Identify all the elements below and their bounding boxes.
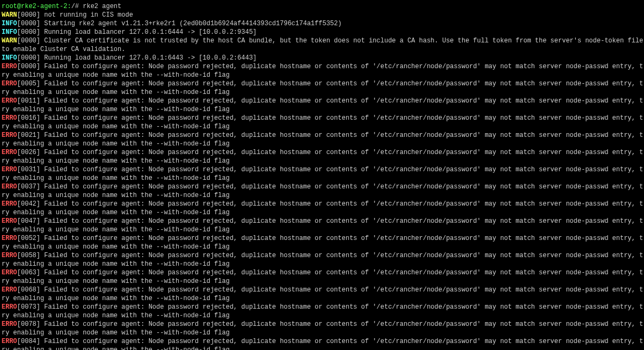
log-message-continuation: ry enabling a unique node name with the … — [2, 105, 644, 114]
log-timestamp: [0037] — [17, 183, 44, 191]
log-timestamp: [0063] — [17, 269, 44, 276]
log-message-continuation: ry enabling a unique node name with the … — [2, 208, 644, 217]
prompt-at: @ — [17, 3, 21, 10]
log-message: Failed to configure agent: Node password… — [44, 269, 643, 276]
log-line: ERRO[0000] Failed to configure agent: No… — [2, 62, 644, 71]
log-line: INFO[0000] Running load balancer 127.0.0… — [2, 54, 644, 62]
log-line: ERRO[0084] Failed to configure agent: No… — [2, 337, 644, 346]
log-timestamp: [0073] — [17, 303, 44, 311]
log-line: ERRO[0073] Failed to configure agent: No… — [2, 303, 644, 311]
log-timestamp: [0000] — [17, 63, 44, 70]
log-message-continuation: ry enabling a unique node name with the … — [2, 71, 644, 79]
terminal-output: root@rke2-agent-2:/# rke2 agent WARN[000… — [0, 0, 644, 350]
log-level-erro: ERRO — [2, 235, 17, 242]
log-level-info: INFO — [2, 28, 17, 36]
log-message: Failed to configure agent: Node password… — [44, 97, 643, 105]
log-level-erro: ERRO — [2, 286, 17, 294]
log-message-continuation: ry enabling a unique node name with the … — [2, 243, 644, 251]
log-timestamp: [0052] — [17, 235, 44, 242]
log-timestamp: [0084] — [17, 338, 44, 345]
log-timestamp: [0016] — [17, 114, 44, 122]
log-message: Failed to configure agent: Node password… — [44, 200, 643, 208]
log-timestamp: [0000] — [17, 54, 44, 62]
log-line: ERRO[0042] Failed to configure agent: No… — [2, 200, 644, 208]
log-message: Cluster CA certificate is not trusted by… — [44, 37, 643, 45]
prompt-sigil: # — [75, 3, 79, 10]
log-line: ERRO[0026] Failed to configure agent: No… — [2, 148, 644, 157]
log-message: Failed to configure agent: Node password… — [44, 149, 643, 156]
log-timestamp: [0058] — [17, 252, 44, 259]
log-line: ERRO[0005] Failed to configure agent: No… — [2, 79, 644, 88]
log-message: Failed to configure agent: Node password… — [44, 183, 643, 191]
log-line: ERRO[0031] Failed to configure agent: No… — [2, 165, 644, 174]
log-message: Failed to configure agent: Node password… — [44, 132, 643, 139]
log-level-info: INFO — [2, 54, 17, 62]
log-message-continuation: ry enabling a unique node name with the … — [2, 294, 644, 303]
log-line: INFO[0000] Starting rke2 agent v1.21.3+r… — [2, 19, 644, 28]
log-line: ERRO[0058] Failed to configure agent: No… — [2, 251, 644, 260]
log-line: ERRO[0068] Failed to configure agent: No… — [2, 286, 644, 294]
log-level-warn: WARN — [2, 37, 17, 45]
log-message: Failed to configure agent: Node password… — [44, 63, 643, 70]
log-line: ERRO[0047] Failed to configure agent: No… — [2, 217, 644, 225]
log-line: ERRO[0021] Failed to configure agent: No… — [2, 131, 644, 140]
log-message: Failed to configure agent: Node password… — [44, 166, 643, 173]
log-timestamp: [0031] — [17, 166, 44, 173]
log-timestamp: [0000] — [17, 28, 44, 36]
log-level-erro: ERRO — [2, 200, 17, 208]
log-timestamp: [0068] — [17, 286, 44, 294]
log-timestamp: [0042] — [17, 200, 44, 208]
log-message-continuation: to enable Cluster CA validation. — [2, 45, 644, 54]
log-message-continuation: ry enabling a unique node name with the … — [2, 122, 644, 131]
log-timestamp: [0000] — [17, 20, 44, 27]
log-timestamp: [0011] — [17, 97, 44, 105]
log-level-erro: ERRO — [2, 252, 17, 259]
log-timestamp: [0000] — [17, 37, 44, 45]
log-message: Failed to configure agent: Node password… — [44, 80, 643, 88]
log-message: Failed to configure agent: Node password… — [44, 217, 643, 225]
log-message: Failed to configure agent: Node password… — [44, 338, 643, 345]
log-timestamp: [0078] — [17, 320, 44, 328]
log-message-continuation: ry enabling a unique node name with the … — [2, 157, 644, 165]
log-level-erro: ERRO — [2, 217, 17, 225]
log-line: ERRO[0063] Failed to configure agent: No… — [2, 268, 644, 277]
log-level-erro: ERRO — [2, 63, 17, 70]
log-level-erro: ERRO — [2, 320, 17, 328]
prompt-colon: : — [67, 3, 71, 10]
log-level-erro: ERRO — [2, 80, 17, 88]
log-line: ERRO[0078] Failed to configure agent: No… — [2, 320, 644, 329]
log-level-warn: WARN — [2, 11, 17, 19]
log-message-continuation: ry enabling a unique node name with the … — [2, 225, 644, 234]
log-level-erro: ERRO — [2, 183, 17, 191]
log-message: Failed to configure agent: Node password… — [44, 303, 643, 311]
log-line: ERRO[0052] Failed to configure agent: No… — [2, 234, 644, 243]
log-level-erro: ERRO — [2, 338, 17, 345]
log-message-continuation: ry enabling a unique node name with the … — [2, 88, 644, 97]
log-level-erro: ERRO — [2, 303, 17, 311]
log-message-continuation: ry enabling a unique node name with the … — [2, 140, 644, 148]
log-timestamp: [0000] — [17, 11, 44, 19]
prompt-path: / — [71, 3, 75, 10]
log-lines: WARN[0000] not running in CIS modeINFO[0… — [2, 11, 644, 350]
log-timestamp: [0047] — [17, 217, 44, 225]
log-timestamp: [0026] — [17, 149, 44, 156]
prompt-line[interactable]: root@rke2-agent-2:/# rke2 agent — [2, 2, 644, 11]
log-message-continuation: ry enabling a unique node name with the … — [2, 277, 644, 286]
log-level-erro: ERRO — [2, 97, 17, 105]
log-line: WARN[0000] Cluster CA certificate is not… — [2, 37, 644, 45]
log-line: WARN[0000] not running in CIS mode — [2, 11, 644, 19]
log-level-erro: ERRO — [2, 149, 17, 156]
log-line: ERRO[0011] Failed to configure agent: No… — [2, 97, 644, 105]
log-level-erro: ERRO — [2, 132, 17, 139]
log-message: Failed to configure agent: Node password… — [44, 114, 643, 122]
log-timestamp: [0021] — [17, 132, 44, 139]
log-level-erro: ERRO — [2, 166, 17, 173]
log-line: INFO[0000] Running load balancer 127.0.0… — [2, 28, 644, 37]
log-message-continuation: ry enabling a unique node name with the … — [2, 260, 644, 268]
log-message-continuation: ry enabling a unique node name with the … — [2, 174, 644, 183]
log-line: ERRO[0016] Failed to configure agent: No… — [2, 114, 644, 122]
log-level-info: INFO — [2, 20, 17, 27]
log-message-continuation: ry enabling a unique node name with the … — [2, 329, 644, 337]
log-message: Failed to configure agent: Node password… — [44, 286, 643, 294]
log-line: ERRO[0037] Failed to configure agent: No… — [2, 183, 644, 191]
